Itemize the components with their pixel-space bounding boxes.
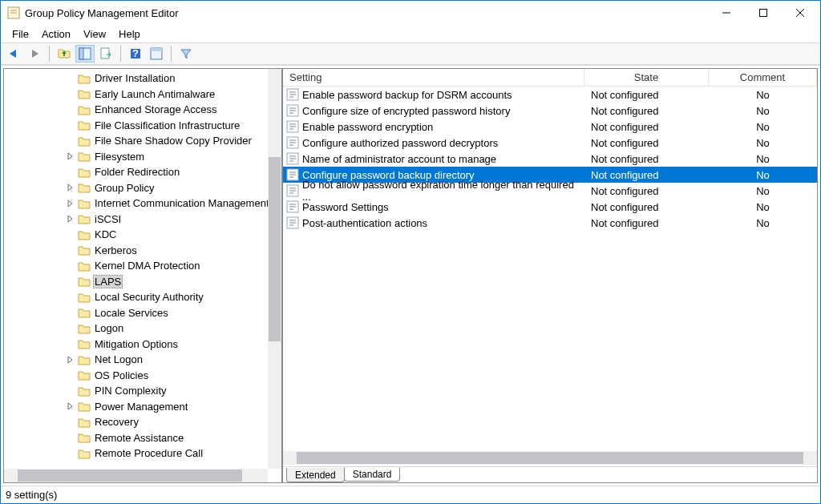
tree-item-label: Early Launch Antimalware — [94, 88, 216, 100]
toolbar-separator — [49, 46, 50, 62]
tree-item[interactable]: Net Logon — [4, 352, 281, 368]
setting-state: Not configured — [584, 201, 709, 213]
app-icon — [7, 6, 20, 19]
folder-icon — [78, 338, 91, 349]
tree-vertical-scrollbar[interactable] — [268, 69, 281, 469]
details-horizontal-scrollbar[interactable] — [283, 451, 817, 465]
folder-icon — [78, 198, 91, 209]
svg-rect-8 — [760, 10, 767, 17]
svg-rect-12 — [79, 48, 83, 59]
folder-icon — [78, 88, 91, 99]
column-comment[interactable]: Comment — [709, 69, 817, 86]
setting-name: Enable password encryption — [302, 121, 433, 133]
tree-item[interactable]: Folder Redirection — [4, 164, 281, 180]
setting-state: Not configured — [584, 217, 709, 229]
expander-icon[interactable] — [67, 183, 75, 192]
tab-extended[interactable]: Extended — [286, 468, 345, 482]
folder-icon — [78, 151, 91, 162]
tree-item[interactable]: Locale Services — [4, 305, 281, 321]
expander-icon[interactable] — [67, 152, 75, 160]
menu-file[interactable]: File — [6, 26, 35, 42]
tree-item[interactable]: Filesystem — [4, 149, 281, 165]
maximize-button[interactable] — [745, 2, 782, 24]
folder-icon — [78, 276, 91, 287]
list-row[interactable]: Password SettingsNot configuredNo — [283, 199, 817, 215]
tab-standard[interactable]: Standard — [344, 467, 401, 482]
menu-view[interactable]: View — [77, 26, 112, 42]
tree-item[interactable]: File Share Shadow Copy Provider — [4, 133, 281, 149]
folder-icon — [78, 119, 91, 131]
tree-item[interactable]: Driver Installation — [4, 71, 281, 87]
export-list-button[interactable] — [96, 45, 115, 62]
tree-item-label: Local Security Authority — [94, 291, 204, 303]
tree-item[interactable]: LAPS — [4, 274, 281, 290]
tree-item-label: Remote Assistance — [94, 432, 184, 444]
setting-state: Not configured — [584, 105, 709, 117]
expander-icon[interactable] — [67, 200, 75, 208]
folder-icon — [78, 369, 91, 381]
tree-item[interactable]: Power Management — [4, 399, 281, 415]
setting-comment: No — [709, 201, 817, 213]
tree-item[interactable]: PIN Complexity — [4, 383, 281, 399]
tree-item-label: Filesystem — [94, 151, 145, 163]
setting-state: Not configured — [584, 169, 709, 181]
tree-item[interactable]: Logon — [4, 321, 281, 337]
tree-item[interactable]: Early Launch Antimalware — [4, 87, 281, 103]
list-body[interactable]: Enable password backup for DSRM accounts… — [283, 87, 817, 451]
folder-icon — [78, 135, 91, 147]
tree-item[interactable]: KDC — [4, 227, 281, 243]
tree-item[interactable]: Remote Procedure Call — [4, 446, 281, 462]
tree-item[interactable]: Kerberos — [4, 243, 281, 259]
tree-item[interactable]: Remote Assistance — [4, 430, 281, 446]
list-row[interactable]: Name of administrator account to manageN… — [283, 151, 817, 167]
column-setting[interactable]: Setting — [283, 69, 584, 86]
tree-item[interactable]: OS Policies — [4, 368, 281, 384]
folder-icon — [78, 167, 91, 178]
tree-item[interactable]: Mitigation Options — [4, 337, 281, 353]
tree-item-label: File Classification Infrastructure — [94, 119, 241, 131]
menu-help[interactable]: Help — [112, 26, 147, 42]
expander-icon[interactable] — [67, 356, 75, 364]
tree-item[interactable]: Kernel DMA Protection — [4, 258, 281, 274]
list-row[interactable]: Do not allow password expiration time lo… — [283, 183, 817, 199]
up-folder-button[interactable] — [55, 45, 74, 62]
back-button[interactable] — [4, 45, 23, 62]
minimize-button[interactable] — [708, 2, 745, 24]
expander-icon[interactable] — [67, 402, 75, 410]
setting-icon — [286, 104, 299, 117]
tree-item[interactable]: Local Security Authority — [4, 289, 281, 305]
tree-item[interactable]: Group Policy — [4, 180, 281, 196]
list-row[interactable]: Post-authentication actionsNot configure… — [283, 215, 817, 231]
svg-rect-17 — [151, 48, 162, 51]
folder-icon — [78, 432, 91, 443]
help-button[interactable]: ? — [126, 45, 145, 62]
expander-icon[interactable] — [67, 215, 75, 223]
tree-item[interactable]: Internet Communication Management — [4, 196, 281, 212]
close-button[interactable] — [782, 2, 819, 24]
tree-item[interactable]: iSCSI — [4, 212, 281, 228]
setting-state: Not configured — [584, 153, 709, 165]
setting-comment: No — [709, 217, 817, 229]
list-row[interactable]: Configure authorized password decryptors… — [283, 135, 817, 151]
list-row[interactable]: Configure size of encrypted password his… — [283, 103, 817, 119]
menu-action[interactable]: Action — [35, 26, 77, 42]
show-hide-tree-button[interactable] — [75, 45, 95, 62]
column-state[interactable]: State — [584, 69, 709, 86]
forward-button[interactable] — [25, 45, 44, 62]
folder-icon — [78, 73, 91, 84]
setting-state: Not configured — [584, 121, 709, 133]
tree-item[interactable]: Enhanced Storage Access — [4, 102, 281, 118]
tree-item[interactable]: File Classification Infrastructure — [4, 118, 281, 134]
list-row[interactable]: Enable password backup for DSRM accounts… — [283, 87, 817, 103]
filter-button[interactable] — [176, 45, 196, 62]
toolbar: ? — [1, 42, 820, 65]
tree-horizontal-scrollbar[interactable] — [4, 469, 268, 482]
list-row[interactable]: Enable password encryptionNot configured… — [283, 119, 817, 135]
tree-item-label: Logon — [94, 322, 124, 334]
toolbar-separator — [171, 46, 172, 62]
folder-icon — [78, 354, 91, 365]
window-title: Group Policy Management Editor — [25, 7, 708, 19]
properties-button[interactable] — [147, 45, 166, 62]
tree-item[interactable]: Recovery — [4, 414, 281, 430]
tree-list[interactable]: Driver InstallationEarly Launch Antimalw… — [4, 69, 281, 462]
